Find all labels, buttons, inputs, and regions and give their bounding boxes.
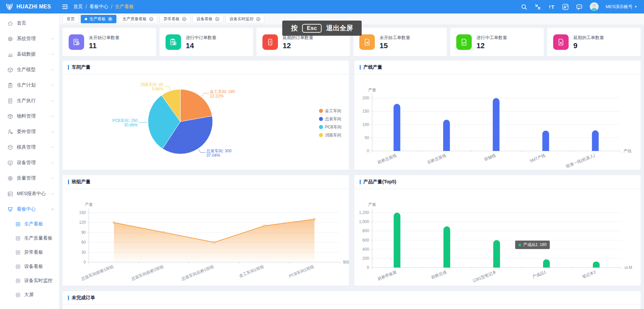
svg-text:120: 120 [79,220,86,225]
sidebar-item-quality[interactable]: 质量管理 [0,171,59,186]
sidebar-item-equipment[interactable]: 设备管理 [0,155,59,171]
svg-text:产线: 产线 [623,149,632,153]
sidebar-subitem-label: 大屏 [24,292,34,298]
active-tab-dot [85,18,87,20]
tab-prod-quality-board[interactable]: 生产质量看板✕ [118,15,157,23]
tab-equip-board[interactable]: 设备看板✕ [192,15,223,23]
svg-text:PCB车间1班组: PCB车间1班组 [288,264,315,279]
sidebar-subitem-label: 生产看板 [24,221,43,227]
tab-label: 设备实时监控 [229,16,254,22]
sidebar-item-home[interactable]: 首页 [0,16,59,31]
sidebar-item-prod-model[interactable]: 生产模型 [0,62,59,78]
app-logo: HUAZHI MES [0,3,59,10]
sidebar-item-material[interactable]: 物料管理 [0,109,59,124]
panel-title-row: 未完成订单 [63,291,641,305]
chevron-down-icon [50,83,55,87]
message-icon[interactable] [576,3,583,10]
panel-title-row: 车间产量 [63,61,349,74]
user-menu[interactable]: MES演示账号 ▼ [606,4,637,10]
sidebar-item-prod-exec[interactable]: 生产执行 [0,93,59,109]
sidebar-item-mold[interactable]: 模具管理 [0,140,59,155]
svg-text:1,000: 1,000 [359,219,369,224]
sidebar-item-outsource[interactable]: 委外管理 [0,124,59,140]
chevron-up-icon [50,207,55,211]
stat-card-wo-running: 进行中工单数量12 [450,28,544,56]
subboard-icon [15,278,21,283]
header-actions: TT A文 MES演示账号 ▼ [521,2,644,11]
translate-icon[interactable]: A文 [562,3,569,10]
tab-home[interactable]: 首页 [63,15,79,23]
workorder-new-icon [359,34,375,50]
sidebar-subitem-big-screen[interactable]: 大屏 [0,288,59,302]
sidebar-item-label: 模具管理 [17,144,36,150]
sidebar-subitem-prod-quality-board[interactable]: 生产质量看板 [0,231,59,245]
tab-equip-monitor[interactable]: 设备实时监控✕ [225,15,264,23]
stat-card-wo-delay: 延期的工单数量9 [547,28,641,56]
breadcrumb-separator: / [85,4,87,9]
avatar[interactable] [590,2,599,11]
subboard-icon [15,236,21,241]
svg-text:前桥总成: 前桥总成 [430,270,447,280]
stat-card-order-running: 进行中订单数量14 [159,28,253,56]
sidebar-subitem-equip-board[interactable]: 设备看板 [0,259,59,274]
svg-text:产量: 产量 [368,202,376,207]
sidebar-item-report-center[interactable]: MES报表中心 [0,186,59,202]
sidebar-item-system[interactable]: 系统管理 [0,31,59,47]
sidebar-subitem-abnormal-board[interactable]: 异常看板 [0,245,59,259]
chevron-down-icon [50,161,55,165]
sidebar-item-label: 生产执行 [17,98,36,104]
sidebar-subitem-equip-monitor[interactable]: 设备实时监控 [0,274,59,288]
sidebar-item-label: 看板中心 [17,206,36,212]
tab-close-icon[interactable]: ✕ [182,17,186,21]
svg-text:总装车间前桥2班组: 总装车间前桥2班组 [130,264,164,282]
panel-title: 产线产量 [363,64,382,70]
breadcrumb-item[interactable]: 首页 [73,4,83,10]
main-content: 未开始订单数量11进行中订单数量14延期的订单数量12未开始工单数量15进行中工… [59,25,644,309]
breadcrumb-item[interactable]: 看板中心 [90,4,108,10]
sidebar: 首页系统管理基础数据生产模型生产计划生产执行物料管理委外管理模具管理设备管理质量… [0,13,59,309]
svg-text:400: 400 [362,247,369,252]
stat-card-text: 未开始订单数量11 [89,35,119,50]
svg-text:50: 50 [365,135,369,140]
font-size-icon[interactable]: TT [548,3,555,10]
panel-title-row: 班组产量 [63,175,349,189]
sidebar-item-label: 生产计划 [17,82,36,88]
tab-close-icon[interactable]: ✕ [149,17,153,21]
svg-text:30: 30 [81,250,86,255]
stat-card-value: 12 [283,42,313,50]
sidebar-item-base-data[interactable]: 基础数据 [0,47,59,62]
svg-text:总装车间: 300: 总装车间: 300 [206,149,231,153]
svg-text:笔记本2: 笔记本2 [581,270,597,279]
svg-text:前桥带板簧: 前桥带板簧 [377,270,397,281]
sidebar-item-label: 首页 [17,20,26,26]
stat-card-text: 延期的工单数量9 [573,35,604,50]
chevron-down-icon [50,99,55,103]
sidebar-item-label: 质量管理 [17,175,36,181]
panel-title-row: 产线产量 [354,61,641,74]
stat-card-value: 9 [573,42,604,50]
chevron-down-icon [50,192,55,196]
sidebar-subitem-prod-board[interactable]: 生产看板 [0,217,59,231]
svg-text:产量: 产量 [368,88,376,92]
svg-text:9.88%: 9.88% [152,87,163,91]
team-area-chart: 0306090120150产量班组总装车间前桥1班组总装车间前桥2班组总装车间后… [63,189,349,286]
collapse-menu-icon[interactable] [62,4,68,9]
title-accent-bar [68,296,69,300]
home-icon [7,21,13,26]
svg-text:30.86%: 30.86% [124,123,138,127]
svg-text:文: 文 [566,5,568,7]
tab-abnormal-board[interactable]: 异常看板✕ [159,15,190,23]
search-icon[interactable] [521,3,528,10]
sidebar-item-prod-plan[interactable]: 生产计划 [0,78,59,93]
panel-title-row: 产品产量(Top5) [354,175,641,189]
svg-text:前桥总装线: 前桥总装线 [377,153,397,165]
esc-key-badge: Esc [302,24,322,33]
sidebar-item-board-center[interactable]: 看板中心 [0,202,59,217]
tab-close-icon[interactable]: ✕ [256,17,260,21]
panel-workshop-output: 车间产量 金工车间: 18022.22%总装车间: 30037.04%PCB车间… [63,61,349,170]
tab-prod-board[interactable]: 生产看板✕ [81,15,116,23]
svg-text:150: 150 [362,109,369,114]
tab-close-icon[interactable]: ✕ [108,17,112,21]
tab-close-icon[interactable]: ✕ [215,17,219,21]
exit-fullscreen-icon[interactable] [535,3,541,10]
